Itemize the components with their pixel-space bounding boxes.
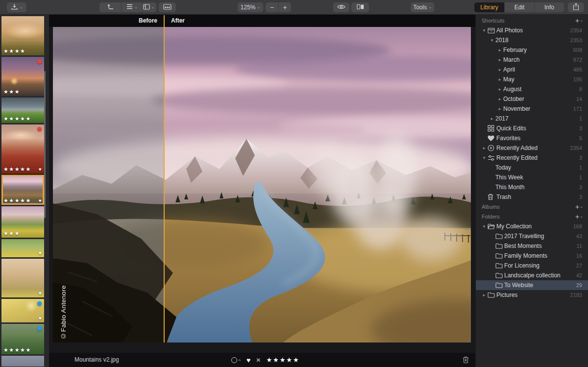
tree-item-count: 11 (577, 243, 588, 249)
filmstrip-thumbnail[interactable] (1, 356, 44, 367)
filmstrip-thumbnail[interactable]: ♥ (1, 239, 44, 257)
back-up-button[interactable] (99, 2, 121, 12)
filmstrip-thumbnail[interactable]: ♥ (1, 259, 44, 297)
color-label-picker[interactable] (231, 357, 241, 363)
filmstrip-thumbnail[interactable]: ★★★ (1, 57, 44, 96)
disclosure-triangle-icon[interactable]: ▾ (489, 38, 495, 43)
tree-item-count: 3 (579, 155, 588, 161)
tree-item-label: Favorites (496, 135, 579, 142)
library-tree-item[interactable]: This Month 3 (476, 182, 588, 192)
tree-item-icon (488, 194, 496, 200)
favorite-toggle-heart-icon[interactable]: ♥ (246, 357, 250, 364)
tree-item-label: May (503, 76, 573, 83)
library-tree-item[interactable]: 2017 Travelling 43 (476, 231, 588, 241)
tree-item-count: 14 (576, 96, 588, 102)
disclosure-triangle-icon[interactable]: ▸ (481, 146, 488, 150)
library-tree-item[interactable]: For Licensing 27 (476, 261, 588, 270)
tree-item-label: Today (495, 164, 579, 171)
add-folder-button[interactable]: +⌄ (575, 212, 583, 221)
disclosure-triangle-icon[interactable]: ▸ (489, 116, 495, 121)
tree-item-label: All Photos (496, 27, 570, 34)
library-tree-item[interactable]: ▸ Pictures 2183 (476, 290, 588, 300)
library-tree-item[interactable]: ▸ Recently Added 2354 (476, 143, 588, 153)
disclosure-triangle-icon[interactable]: ▸ (496, 48, 503, 52)
tab-edit[interactable]: Edit (504, 2, 534, 12)
library-tree-item[interactable]: ▾ All Photos 2354 (476, 25, 588, 35)
tree-item-count: 3 (579, 184, 588, 190)
filmstrip-toggle-button[interactable] (159, 2, 176, 12)
library-tree-item[interactable]: Best Moments 11 (476, 241, 588, 251)
library-tree-item[interactable]: ▸ November 171 (476, 104, 588, 114)
reject-x-icon[interactable]: ✕ (256, 357, 261, 363)
zoom-out-button[interactable]: − (266, 2, 278, 12)
disclosure-triangle-icon[interactable]: ▸ (496, 87, 503, 92)
chevron-up-icon (238, 359, 241, 361)
library-tree-item[interactable]: To Website 29 (476, 280, 588, 290)
tree-item-count: 16 (576, 253, 588, 259)
zoom-in-button[interactable]: + (278, 2, 291, 12)
library-tree-item[interactable]: ▸ March 872 (476, 55, 588, 65)
disclosure-triangle-icon[interactable]: ▸ (481, 293, 488, 297)
side-panels-button[interactable]: ⌄ (141, 2, 156, 12)
filmstrip-thumbnail[interactable]: ★★★★★ (1, 98, 44, 123)
tools-dropdown[interactable]: Tools ⌄ (411, 2, 434, 12)
current-filename: Mountains v2.jpg (74, 353, 119, 367)
tree-item-label: For Licensing (504, 262, 576, 269)
library-tree-item[interactable]: Favorites 5 (476, 133, 588, 143)
library-tree-item[interactable]: ▸ October 14 (476, 94, 588, 104)
tree-item-count: 485 (573, 67, 588, 73)
filmstrip-thumbnail[interactable]: ★★★★★ ♥ (1, 124, 44, 173)
compare-button[interactable] (351, 2, 369, 12)
disclosure-triangle-icon[interactable]: ▸ (496, 106, 503, 111)
library-tree-item[interactable]: Quick Edits 3 (476, 123, 588, 133)
filmstrip-thumbnail[interactable]: ♥ (1, 299, 44, 322)
library-tree-item[interactable]: ▸ 2017 1 (476, 114, 588, 123)
zoom-button-group: − + (266, 2, 291, 12)
library-tree-item[interactable]: ▸ April 485 (476, 65, 588, 74)
library-tree-item[interactable]: ▾ 2018 2353 (476, 35, 588, 45)
before-after-divider-handle[interactable] (164, 15, 165, 343)
filmstrip-scrollbar[interactable] (44, 71, 46, 218)
disclosure-triangle-icon[interactable]: ▾ (481, 28, 488, 33)
filmstrip-thumbnail[interactable]: ★★★ (1, 206, 44, 238)
disclosure-triangle-icon[interactable]: ▸ (496, 67, 503, 72)
disclosure-triangle-icon[interactable]: ▸ (496, 57, 503, 62)
library-tree-item[interactable]: This Week 1 (476, 172, 588, 182)
delete-photo-button[interactable] (463, 356, 469, 366)
disclosure-triangle-icon[interactable]: ▾ (481, 155, 488, 160)
filmstrip-thumbnail[interactable]: ★★★★★ (1, 324, 44, 354)
filmstrip-thumbnail[interactable]: ★★★★ (1, 16, 44, 55)
preview-eye-button[interactable] (333, 2, 349, 12)
disclosure-triangle-icon[interactable]: ▾ (481, 224, 488, 229)
library-tree-item[interactable]: ▾ My Collection 168 (476, 221, 588, 231)
share-button[interactable] (568, 2, 584, 12)
tab-info[interactable]: Info (534, 2, 564, 12)
tree-item-count: 872 (573, 57, 588, 63)
tree-item-icon (495, 272, 504, 278)
tab-library[interactable]: Library (474, 2, 504, 12)
favorite-heart-icon: ♥ (39, 198, 42, 203)
library-tree-item[interactable]: ▸ February 608 (476, 45, 588, 55)
import-button[interactable]: ⌄ (7, 2, 26, 12)
filmstrip-thumbnail[interactable]: ★★★★★ ♥ (1, 175, 44, 205)
library-tree-item[interactable]: Today 1 (476, 163, 588, 172)
tree-item-label: My Collection (496, 223, 573, 230)
star-rating-control[interactable]: ★★★★★ (266, 357, 299, 363)
library-tree-item[interactable]: Landscalpe collection 42 (476, 270, 588, 280)
tree-item-icon (488, 155, 496, 161)
zoom-level-dropdown[interactable]: 125% ⌄ (238, 2, 263, 12)
sort-menu-button[interactable]: ⌄ (121, 2, 143, 12)
thumbnail-star-rating: ★★★ (3, 230, 20, 237)
disclosure-triangle-icon[interactable]: ▸ (496, 97, 503, 101)
library-tree-item[interactable]: ▾ Recently Edited 3 (476, 153, 588, 163)
before-after-icon (357, 4, 364, 11)
library-tree-item[interactable]: Family Moments 16 (476, 251, 588, 261)
library-tree-item[interactable]: ▸ August 8 (476, 84, 588, 94)
disclosure-triangle-icon[interactable]: ▸ (496, 77, 503, 82)
tree-item-label: Recently Added (496, 145, 570, 151)
add-shortcut-button[interactable]: +⌄ (575, 16, 583, 25)
library-tree-item[interactable]: ▸ May 195 (476, 74, 588, 84)
add-album-button[interactable]: +⌄ (575, 202, 583, 212)
library-tree-item[interactable]: Trash 3 (476, 192, 588, 202)
tree-item-icon (488, 292, 496, 298)
